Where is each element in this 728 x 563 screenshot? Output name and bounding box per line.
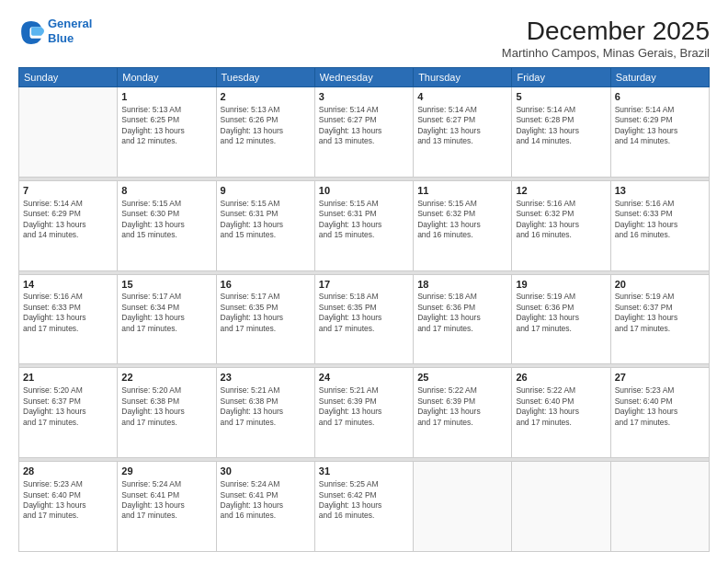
day-number: 19 [516,278,606,292]
daylight-line2: and 17 minutes. [23,324,78,333]
day-info: Sunrise: 5:14 AMSunset: 6:28 PMDaylight:… [516,105,606,147]
calendar-day-cell: 13Sunrise: 5:16 AMSunset: 6:33 PMDayligh… [610,180,709,270]
sunrise-text: Sunrise: 5:21 AM [221,385,280,395]
day-number: 29 [121,465,211,478]
day-number: 1 [121,90,211,104]
sunset-text: Sunset: 6:40 PM [23,490,81,500]
sunset-text: Sunset: 6:26 PM [221,115,279,124]
calendar-day-cell: 24Sunrise: 5:21 AMSunset: 6:39 PMDayligh… [314,368,413,458]
day-number: 6 [615,90,705,104]
daylight-line2: and 17 minutes. [319,324,374,333]
daylight-line2: and 15 minutes. [319,230,374,239]
daylight-line2: and 15 minutes. [121,230,176,239]
calendar-day-cell: 9Sunrise: 5:15 AMSunset: 6:31 PMDaylight… [216,180,314,270]
logo: General Blue [18,17,92,45]
sunrise-text: Sunrise: 5:14 AM [516,105,575,114]
daylight-line2: and 17 minutes. [615,418,670,427]
sunrise-text: Sunrise: 5:25 AM [319,479,379,488]
daylight-line1: Daylight: 13 hours [23,313,86,322]
header: General Blue December 2025 Martinho Camp… [18,17,710,60]
daylight-line1: Daylight: 13 hours [319,313,382,322]
calendar-day-cell: 21Sunrise: 5:20 AMSunset: 6:37 PMDayligh… [19,368,118,458]
day-info: Sunrise: 5:17 AMSunset: 6:34 PMDaylight:… [121,292,211,334]
day-info: Sunrise: 5:23 AMSunset: 6:40 PMDaylight:… [23,479,113,522]
day-number: 15 [121,278,211,292]
daylight-line2: and 16 minutes. [417,230,472,239]
calendar-day-cell: 28Sunrise: 5:23 AMSunset: 6:40 PMDayligh… [19,462,118,552]
day-info: Sunrise: 5:21 AMSunset: 6:39 PMDaylight:… [319,385,409,428]
sunrise-text: Sunrise: 5:17 AM [121,292,181,301]
col-thursday: Thursday [414,68,512,87]
day-number: 4 [417,90,507,104]
sunset-text: Sunset: 6:27 PM [319,115,377,124]
col-saturday: Saturday [610,68,709,87]
sunrise-text: Sunrise: 5:24 AM [121,479,181,488]
calendar-week-row-3: 14Sunrise: 5:16 AMSunset: 6:33 PMDayligh… [19,274,710,364]
sunrise-text: Sunrise: 5:17 AM [221,292,280,301]
daylight-line1: Daylight: 13 hours [23,407,86,416]
sunrise-text: Sunrise: 5:18 AM [417,292,477,301]
daylight-line2: and 17 minutes. [221,418,276,427]
calendar-day-cell: 1Sunrise: 5:13 AMSunset: 6:25 PMDaylight… [118,87,216,178]
daylight-line2: and 17 minutes. [319,418,374,427]
day-number: 18 [417,278,507,292]
daylight-line1: Daylight: 13 hours [615,126,678,135]
day-info: Sunrise: 5:24 AMSunset: 6:41 PMDaylight:… [121,479,211,522]
daylight-line1: Daylight: 13 hours [23,220,86,229]
daylight-line2: and 14 minutes. [516,136,571,145]
daylight-line1: Daylight: 13 hours [221,220,284,229]
day-number: 25 [417,371,507,385]
day-number: 5 [516,90,606,104]
sunset-text: Sunset: 6:40 PM [516,396,574,406]
daylight-line1: Daylight: 13 hours [615,313,678,322]
daylight-line2: and 17 minutes. [23,418,78,427]
daylight-line2: and 17 minutes. [121,324,176,333]
calendar-week-row-4: 21Sunrise: 5:20 AMSunset: 6:37 PMDayligh… [19,368,710,458]
calendar-week-row-5: 28Sunrise: 5:23 AMSunset: 6:40 PMDayligh… [19,462,710,552]
calendar-header-row: Sunday Monday Tuesday Wednesday Thursday… [19,68,710,87]
daylight-line1: Daylight: 13 hours [319,220,382,229]
calendar-day-cell: 20Sunrise: 5:19 AMSunset: 6:37 PMDayligh… [610,274,709,364]
sunrise-text: Sunrise: 5:15 AM [319,199,379,208]
sunrise-text: Sunrise: 5:14 AM [23,199,83,208]
sunrise-text: Sunrise: 5:22 AM [417,385,477,395]
col-wednesday: Wednesday [314,68,413,87]
daylight-line1: Daylight: 13 hours [121,126,185,135]
day-number: 22 [121,371,211,385]
day-number: 26 [516,371,606,385]
calendar-day-cell [414,462,512,552]
sunset-text: Sunset: 6:33 PM [615,209,673,218]
day-number: 7 [23,184,113,198]
sunset-text: Sunset: 6:36 PM [516,303,574,312]
daylight-line2: and 17 minutes. [121,511,176,520]
day-number: 14 [23,278,113,292]
logo-text: General Blue [48,17,92,45]
day-info: Sunrise: 5:22 AMSunset: 6:39 PMDaylight:… [417,385,507,428]
daylight-line1: Daylight: 13 hours [221,500,284,510]
day-info: Sunrise: 5:18 AMSunset: 6:36 PMDaylight:… [417,292,507,334]
day-info: Sunrise: 5:22 AMSunset: 6:40 PMDaylight:… [516,385,606,428]
daylight-line2: and 13 minutes. [319,136,374,145]
sunset-text: Sunset: 6:29 PM [615,115,673,124]
day-info: Sunrise: 5:23 AMSunset: 6:40 PMDaylight:… [615,385,705,428]
sunset-text: Sunset: 6:37 PM [615,303,673,312]
day-number: 9 [221,184,311,198]
sunset-text: Sunset: 6:36 PM [417,303,475,312]
calendar-week-row-2: 7Sunrise: 5:14 AMSunset: 6:29 PMDaylight… [19,180,710,270]
sunset-text: Sunset: 6:35 PM [221,303,279,312]
day-info: Sunrise: 5:20 AMSunset: 6:38 PMDaylight:… [121,385,211,428]
daylight-line2: and 14 minutes. [23,230,78,239]
sunset-text: Sunset: 6:33 PM [23,303,81,312]
sunset-text: Sunset: 6:29 PM [23,209,81,218]
day-info: Sunrise: 5:14 AMSunset: 6:29 PMDaylight:… [615,105,705,147]
daylight-line1: Daylight: 13 hours [121,500,185,510]
day-info: Sunrise: 5:15 AMSunset: 6:32 PMDaylight:… [417,199,507,241]
daylight-line2: and 12 minutes. [221,136,276,145]
sunset-text: Sunset: 6:32 PM [516,209,574,218]
day-info: Sunrise: 5:24 AMSunset: 6:41 PMDaylight:… [221,479,311,522]
day-info: Sunrise: 5:19 AMSunset: 6:37 PMDaylight:… [615,292,705,334]
calendar-day-cell: 8Sunrise: 5:15 AMSunset: 6:30 PMDaylight… [118,180,216,270]
daylight-line2: and 16 minutes. [615,230,670,239]
daylight-line1: Daylight: 13 hours [319,126,382,135]
col-sunday: Sunday [19,68,118,87]
